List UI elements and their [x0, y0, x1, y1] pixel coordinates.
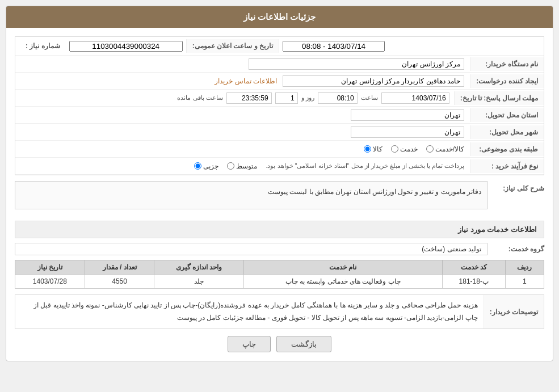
group-label: گروه خدمت: [487, 245, 544, 253]
deadline-day-label: روز و [301, 94, 314, 102]
process-radio-group: پرداخت تمام یا بخشی از مبلغ خریدار از مح… [188, 160, 470, 172]
contact-link[interactable]: اطلاعات تماس خریدار [215, 77, 277, 85]
city-row: شهر محل تحویل: [15, 124, 544, 141]
province-row: استان محل تحویل: [15, 107, 544, 124]
page-title: جزئیات اطلاعات نیاز [243, 12, 316, 22]
city-label: شهر محل تحویل: [470, 125, 544, 139]
cell-code: ب-18-181 [443, 275, 506, 289]
buyer-notes-label: توصیحات خریدار: [484, 295, 544, 328]
announce-label: تاریخ و ساعت اعلان عمومی: [186, 39, 279, 53]
process-note: پرداخت تمام یا بخشی از مبلغ خریدار از مح… [266, 162, 464, 170]
deadline-time-input[interactable] [318, 92, 358, 104]
buyer-notes-wrapper: توصیحات خریدار: هزینه حمل طراحی صحافی و … [15, 294, 544, 329]
category-kala[interactable]: کالا [364, 145, 383, 153]
deadline-days-input[interactable] [275, 92, 298, 104]
deadline-remaining-label: ساعت باقی مانده [177, 94, 222, 102]
need-number-input[interactable] [69, 41, 183, 52]
buyer-org-row: نام دستگاه خریدار: [15, 56, 544, 73]
category-kala-khidmat[interactable]: کالا/خدمت [426, 145, 464, 153]
province-label: استان محل تحویل: [470, 108, 544, 122]
cell-row: 1 [505, 275, 544, 289]
buyer-org-label: نام دستگاه خریدار: [470, 57, 544, 71]
deadline-label: مهلت ارسال پاسخ: تا تاریخ: [454, 91, 544, 105]
description-box: دفاتر ماموریت و تغییر و تحول اورژانس است… [15, 181, 487, 209]
cell-quantity: 4550 [85, 275, 154, 289]
page-header: جزئیات اطلاعات نیاز [6, 6, 553, 28]
deadline-time-label: ساعت [361, 94, 378, 102]
category-radio-group: کالا/خدمت خدمت کالا [358, 143, 470, 155]
city-input[interactable] [351, 127, 464, 138]
col-code: کد خدمت [443, 260, 506, 275]
process-medium[interactable]: متوسط [227, 162, 257, 170]
process-label: نوع فرآیند خرید : [470, 159, 544, 173]
services-section-title: اطلاعات خدمات مورد نیاز [15, 221, 544, 238]
creator-row: ایجاد کننده درخواست: اطلاعات تماس خریدار [15, 73, 544, 90]
category-khidmat[interactable]: خدمت [391, 145, 418, 153]
col-unit: واحد اندازه گیری [154, 260, 243, 275]
table-row: 1ب-18-181چاپ وفعالیت های خدماتی وابسته ب… [15, 275, 544, 289]
deadline-row: مهلت ارسال پاسخ: تا تاریخ: ساعت روز و سا… [15, 90, 544, 107]
buyer-notes-content: هزینه حمل طراحی صحافی و جلد و سایر هزینه… [15, 295, 484, 328]
province-input[interactable] [351, 109, 464, 121]
description-wrapper: شرح کلی نیاز: دفاتر ماموریت و تغییر و تح… [15, 181, 544, 215]
group-value: تولید صنعتی (ساخت) [15, 243, 487, 255]
cell-unit: جلد [154, 275, 243, 289]
col-name: نام خدمت [243, 260, 442, 275]
buttons-row: بازگشت چاپ [15, 336, 544, 352]
process-row: نوع فرآیند خرید : پرداخت تمام یا بخشی از… [15, 158, 544, 175]
category-row: طبقه بندی موضوعی: کالا/خدمت خدمت کالا [15, 141, 544, 158]
col-qty: تعداد / مقدار [85, 260, 154, 275]
print-button[interactable]: چاپ [228, 336, 271, 352]
cell-date: 1403/07/28 [15, 275, 85, 289]
services-section: گروه خدمت: تولید صنعتی (ساخت) ردیف کد خد… [15, 243, 544, 289]
items-table: ردیف کد خدمت نام خدمت واحد اندازه گیری ت… [15, 260, 544, 289]
creator-label: ایجاد کننده درخواست: [470, 74, 544, 88]
need-number-label: شماره نیاز : [20, 42, 66, 50]
group-row: گروه خدمت: تولید صنعتی (ساخت) [15, 243, 544, 255]
back-button[interactable]: بازگشت [276, 336, 331, 352]
buyer-org-input[interactable] [249, 58, 464, 70]
col-date: تاریخ نیاز [15, 260, 85, 275]
description-label: شرح کلی نیاز: [487, 181, 544, 192]
creator-input[interactable] [283, 75, 464, 87]
col-row: ردیف [505, 260, 544, 275]
deadline-remaining-input[interactable] [226, 92, 272, 104]
need-number-announce-row: تاریخ و ساعت اعلان عمومی: شماره نیاز : [15, 37, 544, 56]
deadline-date-input[interactable] [381, 92, 449, 104]
announce-date-input[interactable] [283, 41, 385, 52]
process-small[interactable]: جزیی [194, 162, 218, 170]
cell-name: چاپ وفعالیت های خدماتی وابسته به چاپ [243, 275, 442, 289]
category-label: طبقه بندی موضوعی: [470, 142, 544, 156]
